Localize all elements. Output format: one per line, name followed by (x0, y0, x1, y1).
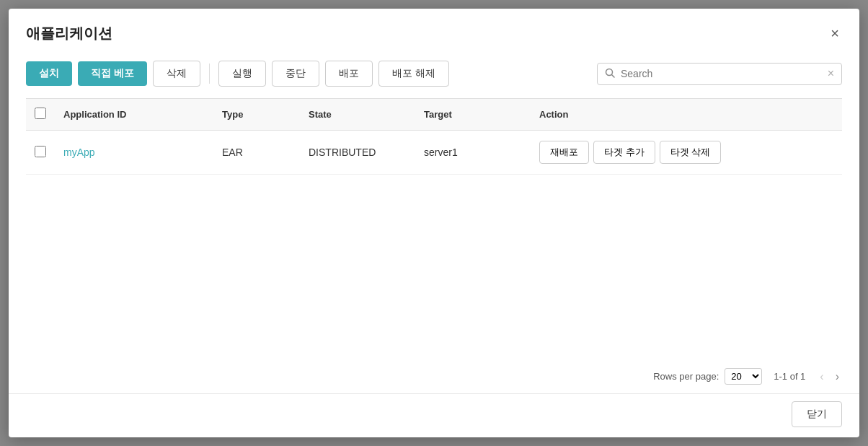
row-checkbox-cell (26, 131, 55, 175)
application-dialog: 애플리케이션 × 설치 직접 베포 삭제 실행 중단 배포 배포 해제 × (9, 9, 859, 437)
table-header-row: Application ID Type State Target Action (26, 99, 842, 131)
install-button[interactable]: 설치 (26, 61, 72, 86)
close-icon-button[interactable]: × (828, 23, 842, 43)
table-row: myApp EAR DISTRIBUTED server1 재배포타겟 추가타겟… (26, 131, 842, 175)
search-clear-button[interactable]: × (828, 68, 834, 79)
search-input[interactable] (621, 68, 822, 79)
dialog-title: 애플리케이션 (26, 24, 112, 43)
search-icon (605, 68, 615, 80)
rows-per-page-select[interactable]: 20 50 100 (725, 368, 762, 385)
direct-deploy-button[interactable]: 직접 베포 (78, 61, 147, 86)
toolbar-divider (209, 64, 210, 84)
select-all-checkbox[interactable] (35, 108, 46, 119)
col-action: Action (531, 99, 842, 131)
pagination-bar: Rows per page: 20 50 100 1-1 of 1 ‹ › (9, 359, 859, 393)
stop-button[interactable]: 중단 (272, 61, 319, 87)
page-info: 1-1 of 1 (774, 371, 805, 382)
search-box: × (597, 63, 842, 85)
run-button[interactable]: 실행 (218, 61, 266, 87)
row-state: DISTRIBUTED (300, 131, 415, 175)
col-target: Target (415, 99, 531, 131)
row-actions: 재배포타겟 추가타겟 삭제 (531, 131, 842, 175)
col-state: State (300, 99, 415, 131)
svg-line-1 (612, 74, 615, 77)
applications-table: Application ID Type State Target Action … (26, 98, 842, 175)
dialog-footer: 닫기 (9, 393, 859, 437)
row-target: server1 (415, 131, 531, 175)
action-btn-2[interactable]: 타겟 삭제 (660, 141, 722, 164)
delete-button[interactable]: 삭제 (153, 61, 200, 87)
rows-per-page-label: Rows per page: (653, 371, 719, 382)
col-app-id: Application ID (55, 99, 213, 131)
action-btn-1[interactable]: 타겟 추가 (593, 141, 655, 164)
table-body: myApp EAR DISTRIBUTED server1 재배포타겟 추가타겟… (26, 131, 842, 175)
undeploy-button[interactable]: 배포 해제 (378, 61, 449, 87)
col-type: Type (213, 99, 300, 131)
next-page-button[interactable]: › (833, 369, 842, 385)
app-id-link[interactable]: myApp (63, 147, 95, 158)
select-all-header (26, 99, 55, 131)
close-footer-button[interactable]: 닫기 (792, 401, 842, 427)
dialog-header: 애플리케이션 × (9, 9, 859, 55)
table-container: Application ID Type State Target Action … (9, 98, 859, 359)
prev-page-button[interactable]: ‹ (817, 369, 826, 385)
row-checkbox[interactable] (35, 146, 46, 157)
action-btn-0[interactable]: 재배포 (539, 141, 589, 164)
row-type: EAR (213, 131, 300, 175)
toolbar: 설치 직접 베포 삭제 실행 중단 배포 배포 해제 × (9, 55, 859, 98)
deploy-button[interactable]: 배포 (325, 61, 373, 87)
row-app-id: myApp (55, 131, 213, 175)
